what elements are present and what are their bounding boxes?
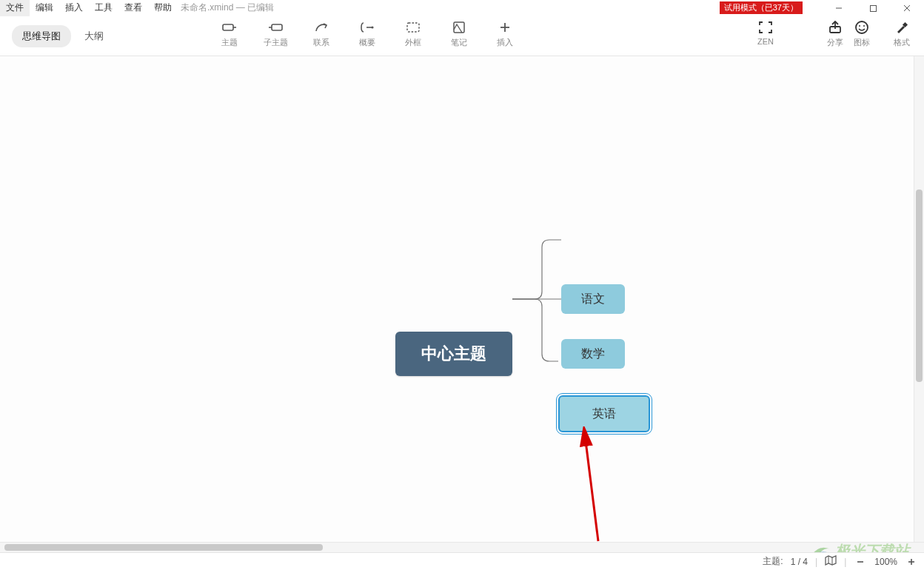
toolbar-far-right-group: 图标 格式	[847, 19, 917, 48]
status-topic-count: 1 / 4	[791, 557, 808, 567]
tool-icons-label: 图标	[854, 37, 870, 48]
menu-edit[interactable]: 编辑	[30, 0, 59, 16]
share-icon	[826, 19, 844, 36]
menu-insert[interactable]: 插入	[59, 0, 89, 16]
horizontal-scrollbar[interactable]	[0, 542, 924, 552]
smiley-icon	[853, 19, 871, 36]
menu-view[interactable]: 查看	[118, 0, 148, 16]
view-mode-tabs: 思维导图 大纲	[12, 25, 114, 47]
subtopic-node-2[interactable]: 数学	[561, 339, 625, 369]
insert-icon	[496, 19, 514, 36]
subtopic-node-1[interactable]: 语文	[561, 284, 625, 314]
svg-rect-7	[272, 24, 282, 30]
tool-summary[interactable]: 概要	[352, 19, 382, 48]
topic-icon	[221, 19, 238, 36]
tool-note[interactable]: 笔记	[444, 19, 474, 48]
svg-rect-10	[407, 23, 419, 32]
toolbar: 思维导图 大纲 主题 子主题 联系 概要	[0, 16, 924, 56]
document-title: 未命名.xmind — 已编辑	[181, 1, 274, 14]
svg-point-17	[859, 25, 860, 27]
menu-help[interactable]: 帮助	[148, 0, 178, 16]
central-topic-node[interactable]: 中心主题	[395, 332, 512, 376]
map-overview-icon[interactable]	[825, 555, 837, 568]
zoom-in-button[interactable]	[905, 555, 918, 569]
subtopic-icon	[267, 19, 284, 36]
tool-share[interactable]: 分享	[820, 19, 850, 48]
zen-icon	[757, 19, 774, 36]
svg-point-9	[371, 26, 373, 28]
tool-zen-label: ZEN	[757, 37, 774, 46]
tab-mindmap[interactable]: 思维导图	[12, 25, 71, 47]
tool-share-label: 分享	[827, 37, 843, 48]
tool-note-label: 笔记	[451, 37, 467, 48]
tab-outline[interactable]: 大纲	[74, 25, 114, 47]
tool-insert-label: 插入	[497, 37, 513, 48]
toolbar-center-group: 主题 子主题 联系 概要 外框	[215, 19, 520, 48]
tool-relationship[interactable]: 联系	[307, 19, 336, 48]
tool-format-panel[interactable]: 格式	[887, 19, 917, 48]
zoom-out-button[interactable]	[854, 555, 867, 569]
status-topic-label: 主题:	[763, 555, 783, 568]
trial-mode-badge[interactable]: 试用模式（已37天）	[720, 1, 803, 14]
svg-rect-4	[223, 24, 233, 30]
vertical-scrollbar[interactable]	[914, 56, 924, 552]
canvas-area: 中心主题 语文 数学 英语	[0, 56, 924, 552]
relationship-icon	[312, 19, 330, 36]
tool-zen[interactable]: ZEN	[751, 19, 780, 48]
paintbrush-icon	[893, 19, 911, 36]
boundary-icon	[404, 19, 422, 36]
subtopic-node-3-selected[interactable]: 英语	[558, 395, 650, 432]
tool-icons-panel[interactable]: 图标	[847, 19, 877, 48]
menu-file[interactable]: 文件	[0, 0, 30, 16]
menu-tool[interactable]: 工具	[89, 0, 118, 16]
svg-point-18	[863, 25, 865, 27]
status-bar: 主题: 1 / 4 | | 100%	[0, 552, 924, 570]
zoom-value[interactable]: 100%	[874, 557, 897, 567]
horizontal-scroll-thumb[interactable]	[4, 544, 323, 551]
svg-point-16	[856, 21, 868, 33]
svg-line-20	[585, 435, 598, 541]
tool-summary-label: 概要	[359, 37, 375, 48]
window-minimize-button[interactable]	[822, 0, 856, 16]
window-maximize-button[interactable]	[856, 0, 890, 16]
note-icon	[450, 19, 468, 36]
tool-format-label: 格式	[894, 37, 910, 48]
svg-rect-1	[870, 5, 876, 11]
mindmap-canvas[interactable]: 中心主题 语文 数学 英语	[0, 56, 924, 552]
vertical-scroll-thumb[interactable]	[916, 190, 923, 382]
tool-boundary[interactable]: 外框	[398, 19, 428, 48]
tool-boundary-label: 外框	[405, 37, 421, 48]
tool-topic-label: 主题	[221, 37, 238, 48]
tool-relationship-label: 联系	[313, 37, 329, 48]
window-close-button[interactable]	[890, 0, 924, 16]
summary-icon	[358, 19, 376, 36]
annotation-arrow-icon	[578, 426, 607, 545]
tool-subtopic[interactable]: 子主题	[261, 19, 290, 48]
window-controls	[822, 0, 924, 16]
tool-topic[interactable]: 主题	[215, 19, 244, 48]
toolbar-right-group: ZEN 分享	[751, 19, 850, 48]
tool-subtopic-label: 子主题	[264, 37, 288, 48]
tool-insert[interactable]: 插入	[490, 19, 520, 48]
